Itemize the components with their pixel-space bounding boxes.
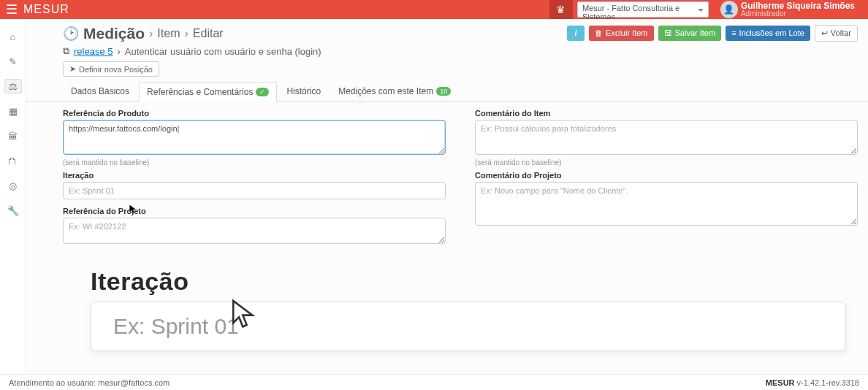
sub-breadcrumb: ⧉ release 5 › Autenticar usuário com usu… <box>26 42 868 61</box>
input-iteracao[interactable] <box>63 182 446 199</box>
package-icon: ⧉ <box>63 45 69 57</box>
back-button[interactable]: ↩Voltar <box>815 25 858 42</box>
input-comentario-projeto[interactable] <box>475 182 858 226</box>
tenant-logo: ♛ <box>549 0 573 19</box>
label-comentario-item: Comentário do Item <box>475 109 858 118</box>
action-toolbar: i 🗑Excluir Item 🖫Salvar Item ≡Inclusões … <box>567 25 858 42</box>
define-position-button[interactable]: ➤ Definir nova Posição <box>63 61 159 77</box>
release-link[interactable]: release 5 <box>74 46 113 57</box>
building-icon: 🏛 <box>8 131 18 142</box>
user-icon: 👤 <box>723 4 734 15</box>
zoom-field: Ex: Sprint 01 <box>91 302 846 351</box>
footer-support: Atendimento ao usuário: mesur@fattocs.co… <box>9 378 170 387</box>
footer-version: MESUR v-1.42.1-rev.3318 <box>766 378 859 387</box>
label-ref-produto: Referência do Produto <box>63 109 446 118</box>
user-avatar[interactable]: 👤 <box>720 1 738 18</box>
info-icon: i <box>575 28 577 38</box>
tab-referencias[interactable]: Referências e Comentários ✓ <box>139 82 277 102</box>
breadcrumb-l2: Item <box>157 27 180 40</box>
gauge-icon: ⌂ <box>10 31 16 42</box>
trash-icon: 🗑 <box>595 28 603 38</box>
topbar-right: ♛ Mesur - Fatto Consultoria e Sistemas 👤… <box>549 0 868 19</box>
input-comentario-item[interactable] <box>475 120 858 155</box>
helper-comentario-item: (será mantido no baseline) <box>475 158 858 167</box>
count-badge: 10 <box>436 87 451 96</box>
breadcrumb-title: Medição <box>83 25 145 42</box>
scale-icon: ⚖ <box>9 81 18 92</box>
breadcrumb: 🕑 Medição › Item › Editar <box>63 25 224 42</box>
tab-bar: Dados Básicos Referências e Comentários … <box>26 81 868 102</box>
sidebar-item-finance[interactable]: ⛫ <box>4 153 22 168</box>
user-block[interactable]: Guilherme Siqueira Simões Administrador <box>741 1 868 18</box>
bank-icon: ⛫ <box>8 156 18 167</box>
list-icon: ≡ <box>731 28 736 38</box>
zoom-callout: Iteração Ex: Sprint 01 <box>91 267 846 351</box>
label-comentario-projeto: Comentário do Projeto <box>475 171 858 180</box>
input-ref-produto[interactable] <box>63 120 446 155</box>
menu-toggle-button[interactable]: ☰ <box>0 1 23 18</box>
reply-icon: ↩ <box>821 28 828 38</box>
sidebar-item-dashboard[interactable]: ⌂ <box>4 29 22 44</box>
sidebar-item-tools[interactable]: 🔧 <box>4 203 22 218</box>
delete-item-button[interactable]: 🗑Excluir Item <box>589 26 653 41</box>
zoom-label: Iteração <box>91 267 846 296</box>
sidebar-item-edit[interactable]: ✎ <box>4 54 22 69</box>
topbar: ☰ MESUR ♛ Mesur - Fatto Consultoria e Si… <box>0 0 868 19</box>
footer: Atendimento ao usuário: mesur@fattocs.co… <box>0 374 868 390</box>
gauge-icon: 🕑 <box>63 26 79 42</box>
label-ref-projeto: Referência do Projeto <box>63 207 446 215</box>
location-arrow-icon: ➤ <box>69 64 76 74</box>
page-content: 🕑 Medição › Item › Editar i 🗑Excluir Ite… <box>26 19 868 374</box>
save-item-button[interactable]: 🖫Salvar Item <box>658 26 722 41</box>
save-icon: 🖫 <box>664 28 672 38</box>
label-iteracao: Iteração <box>63 171 446 180</box>
sidebar-item-structure[interactable]: ▦ <box>4 104 22 118</box>
breadcrumb-l3: Editar <box>193 27 224 40</box>
sidebar-item-measure[interactable]: ⚖ <box>4 79 22 93</box>
item-name: Autenticar usuário com usuário e senha (… <box>125 46 321 57</box>
input-ref-projeto[interactable] <box>63 218 446 244</box>
sidebar-item-target[interactable]: ◎ <box>4 178 22 193</box>
crown-icon: ♛ <box>556 4 566 15</box>
check-icon: ✓ <box>256 88 269 96</box>
sidebar-item-org[interactable]: 🏛 <box>4 129 22 143</box>
sidebar: ⌂ ✎ ⚖ ▦ 🏛 ⛫ ◎ 🔧 <box>0 19 26 374</box>
user-role: Administrador <box>741 10 855 18</box>
chevron-right-icon: › <box>149 27 153 40</box>
batch-include-button[interactable]: ≡Inclusões em Lote <box>726 26 810 41</box>
wrench-icon: 🔧 <box>7 205 19 216</box>
helper-ref-produto: (será mantido no baseline) <box>63 158 446 167</box>
sitemap-icon: ▦ <box>9 106 18 117</box>
chevron-right-icon: › <box>117 46 120 57</box>
tab-dados-basicos[interactable]: Dados Básicos <box>63 81 137 101</box>
chevron-right-icon: › <box>184 27 188 40</box>
tab-historico[interactable]: Histórico <box>278 81 329 101</box>
pencil-icon: ✎ <box>9 56 17 67</box>
mouse-cursor-icon <box>229 298 260 331</box>
hamburger-icon: ☰ <box>6 2 18 17</box>
target-icon: ◎ <box>9 180 17 191</box>
tenant-select[interactable]: Mesur - Fatto Consultoria e Sistemas <box>577 1 709 18</box>
tab-medicoes[interactable]: Medições com este Item 10 <box>330 81 459 101</box>
brand: MESUR <box>23 3 69 16</box>
info-button[interactable]: i <box>567 26 585 41</box>
